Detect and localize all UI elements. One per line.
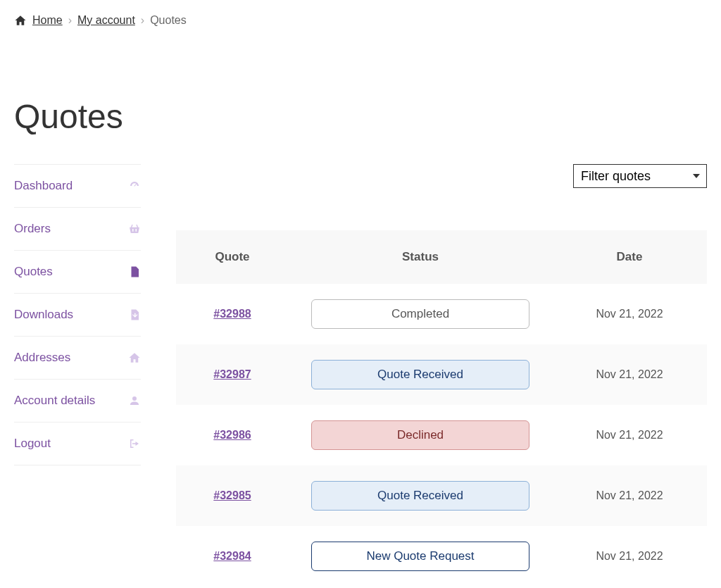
basket-icon (128, 223, 141, 235)
table-row: #32987 Quote Received Nov 21, 2022 (176, 344, 707, 405)
status-badge: Quote Received (311, 360, 529, 389)
date-cell: Nov 21, 2022 (552, 308, 707, 320)
sidebar-item-quotes[interactable]: Quotes (14, 250, 141, 293)
home-icon (128, 351, 141, 364)
status-badge: Completed (311, 299, 529, 329)
breadcrumb-home[interactable]: Home (32, 14, 63, 27)
breadcrumb-sep-icon: › (141, 14, 144, 27)
sidebar-item-orders[interactable]: Orders (14, 207, 141, 250)
quote-link[interactable]: #32984 (213, 550, 251, 562)
table-row: #32988 Completed Nov 21, 2022 (176, 284, 707, 344)
table-row: #32985 Quote Received Nov 21, 2022 (176, 465, 707, 526)
col-header-quote: Quote (176, 250, 289, 264)
sidebar: Dashboard Orders Quotes Downloads Addres… (14, 164, 141, 587)
download-icon (128, 308, 141, 321)
col-header-status: Status (289, 250, 552, 264)
sidebar-item-label: Logout (14, 437, 51, 451)
breadcrumb-account[interactable]: My account (77, 14, 135, 27)
sidebar-item-account-details[interactable]: Account details (14, 379, 141, 422)
sidebar-item-label: Dashboard (14, 179, 73, 193)
logout-icon (128, 437, 141, 450)
sidebar-item-logout[interactable]: Logout (14, 422, 141, 465)
sidebar-item-addresses[interactable]: Addresses (14, 336, 141, 379)
breadcrumb-current: Quotes (150, 14, 187, 27)
status-badge: Quote Received (311, 481, 529, 511)
breadcrumb-sep-icon: › (68, 14, 72, 27)
dashboard-icon (128, 180, 141, 192)
sidebar-item-label: Quotes (14, 265, 53, 279)
sidebar-item-label: Account details (14, 394, 95, 408)
quote-link[interactable]: #32986 (213, 429, 251, 441)
quote-link[interactable]: #32988 (213, 308, 251, 320)
date-cell: Nov 21, 2022 (552, 368, 707, 381)
sidebar-item-label: Addresses (14, 351, 70, 365)
date-cell: Nov 21, 2022 (552, 550, 707, 563)
status-badge: Declined (311, 420, 529, 450)
page-title: Quotes (14, 97, 707, 136)
table-row: #32984 New Quote Request Nov 21, 2022 (176, 526, 707, 587)
main-content: Filter quotes Quote Status Date #32988 C… (176, 164, 707, 587)
filter-row: Filter quotes (176, 164, 707, 188)
quote-link[interactable]: #32985 (213, 489, 251, 501)
breadcrumb: Home › My account › Quotes (14, 14, 707, 27)
filter-quotes-select[interactable]: Filter quotes (573, 164, 707, 188)
quote-link[interactable]: #32987 (213, 368, 251, 380)
quotes-table: Quote Status Date #32988 Completed Nov 2… (176, 230, 707, 587)
date-cell: Nov 21, 2022 (552, 489, 707, 502)
file-icon (128, 265, 141, 278)
sidebar-item-dashboard[interactable]: Dashboard (14, 164, 141, 207)
col-header-date: Date (552, 250, 707, 264)
sidebar-item-label: Downloads (14, 308, 73, 322)
date-cell: Nov 21, 2022 (552, 429, 707, 442)
sidebar-item-label: Orders (14, 222, 51, 236)
sidebar-item-downloads[interactable]: Downloads (14, 293, 141, 336)
home-icon (14, 14, 27, 27)
user-icon (128, 394, 141, 407)
status-badge: New Quote Request (311, 542, 529, 571)
table-row: #32986 Declined Nov 21, 2022 (176, 405, 707, 465)
table-header: Quote Status Date (176, 230, 707, 284)
